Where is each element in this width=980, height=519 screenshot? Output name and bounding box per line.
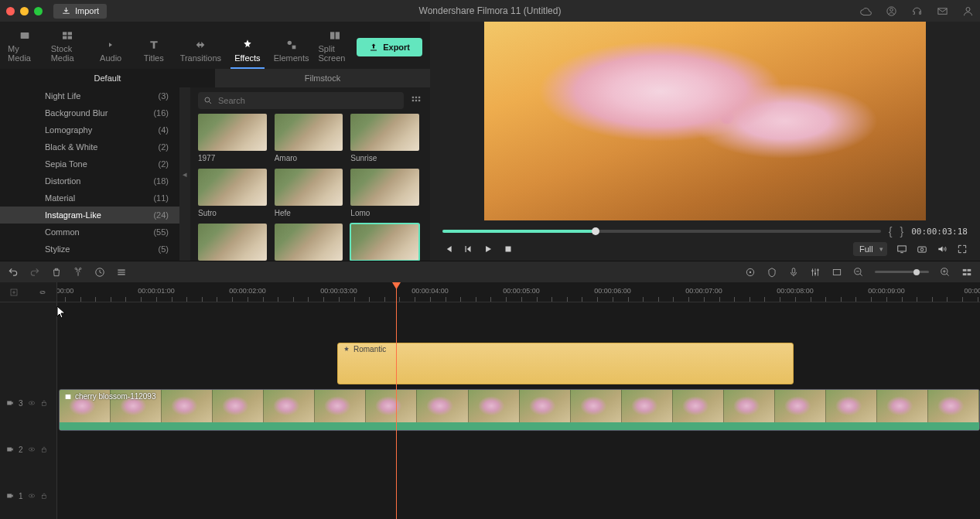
- visibility-icon[interactable]: [28, 399, 36, 407]
- tab-split-screen[interactable]: Split Screen: [314, 25, 357, 69]
- sidebar-item-instagram-like[interactable]: Instagram-Like(24): [0, 207, 179, 224]
- user-icon[interactable]: [886, 5, 897, 17]
- sidebar-item-black-white[interactable]: Black & White(2): [0, 138, 179, 155]
- mixer-icon[interactable]: [810, 267, 821, 278]
- sidebar-item-sepia-tone[interactable]: Sepia Tone(2): [0, 155, 179, 172]
- mark-out[interactable]: }: [900, 225, 903, 237]
- effect-thumb-sutro[interactable]: Sutro: [198, 169, 267, 217]
- playhead[interactable]: [396, 282, 397, 519]
- lock-icon[interactable]: [40, 399, 48, 407]
- search-input[interactable]: [198, 92, 404, 109]
- sidebar-item-night-life[interactable]: Night Life(3): [0, 87, 179, 104]
- visibility-icon[interactable]: [28, 492, 36, 500]
- track-headers: 3 2 1: [0, 282, 57, 519]
- zoom-out-icon[interactable]: [853, 267, 864, 278]
- main-tabs: My Media Stock Media Audio Titles Transi…: [0, 22, 430, 69]
- svg-rect-11: [330, 32, 334, 39]
- timeline-body[interactable]: 00:0000:00:01:0000:00:02:0000:00:03:0000…: [57, 282, 980, 519]
- tab-stock-media[interactable]: Stock Media: [46, 25, 90, 69]
- subtab-default[interactable]: Default: [0, 69, 215, 87]
- voiceover-icon[interactable]: [788, 267, 799, 278]
- minimize-window[interactable]: [20, 7, 29, 15]
- track-3[interactable]: Romantic: [57, 341, 980, 388]
- cloud-icon[interactable]: [860, 5, 872, 17]
- fullscreen-icon[interactable]: [957, 244, 968, 254]
- redo-icon[interactable]: [29, 267, 40, 278]
- timeline-view-icon[interactable]: [961, 267, 972, 278]
- add-media-icon[interactable]: [9, 288, 19, 297]
- sidebar-item-lomography[interactable]: Lomography(4): [0, 121, 179, 138]
- tab-elements[interactable]: Elements: [269, 34, 314, 69]
- effect-thumb-sierra[interactable]: Sierra: [275, 224, 343, 261]
- split-icon[interactable]: [73, 267, 84, 278]
- display-icon[interactable]: [896, 244, 907, 254]
- sidebar-item-overlays[interactable]: ▸Overlays(111): [0, 258, 179, 261]
- effect-thumb-brannan[interactable]: Brannan: [198, 224, 267, 261]
- play-button[interactable]: [483, 244, 493, 254]
- effect-thumb-lomo[interactable]: Lomo: [350, 169, 419, 217]
- svg-rect-12: [336, 32, 340, 39]
- effect-thumb-1977[interactable]: 1977: [198, 114, 267, 162]
- svg-rect-8: [68, 36, 72, 39]
- step-back-button[interactable]: [463, 244, 473, 254]
- delete-icon[interactable]: [51, 267, 62, 278]
- effect-thumb-romantic[interactable]: Romantic: [350, 224, 419, 261]
- sidebar-item-background-blur[interactable]: Background Blur(16): [0, 104, 179, 121]
- category-sidebar[interactable]: Night Life(3)Background Blur(16)Lomograp…: [0, 87, 179, 261]
- tab-titles[interactable]: Titles: [132, 34, 176, 69]
- effect-thumb-sunrise[interactable]: Sunrise: [350, 114, 419, 162]
- prev-frame-button[interactable]: [442, 244, 453, 254]
- mail-icon[interactable]: [937, 5, 948, 17]
- tab-transitions[interactable]: Transitions: [176, 34, 226, 69]
- undo-icon[interactable]: [8, 267, 19, 278]
- svg-rect-14: [412, 97, 414, 98]
- subtabs: Default Filmstock: [0, 69, 430, 87]
- fit-icon[interactable]: [831, 267, 842, 278]
- svg-point-9: [287, 41, 291, 45]
- marker-icon[interactable]: [767, 267, 777, 278]
- effect-thumb-amaro[interactable]: Amaro: [275, 114, 343, 162]
- effect-clip[interactable]: Romantic: [337, 343, 794, 384]
- stop-button[interactable]: [503, 244, 514, 254]
- link-icon[interactable]: [38, 288, 47, 297]
- lock-icon[interactable]: [40, 446, 48, 453]
- video-clip[interactable]: cherry blossom-112093: [59, 389, 980, 431]
- svg-point-28: [750, 271, 751, 272]
- preview-seek-bar[interactable]: [442, 230, 881, 233]
- time-ruler[interactable]: 00:0000:00:01:0000:00:02:0000:00:03:0000…: [57, 282, 980, 302]
- render-icon[interactable]: [745, 267, 756, 278]
- speed-icon[interactable]: [94, 267, 105, 278]
- snapshot-icon[interactable]: [917, 244, 927, 254]
- svg-rect-5: [63, 32, 67, 35]
- subtab-filmstock[interactable]: Filmstock: [215, 69, 430, 87]
- lock-icon[interactable]: [40, 492, 48, 500]
- export-button[interactable]: Export: [357, 38, 422, 56]
- track-1[interactable]: [57, 434, 980, 480]
- close-window[interactable]: [6, 7, 15, 15]
- volume-icon[interactable]: [937, 244, 948, 254]
- tab-audio[interactable]: Audio: [89, 34, 132, 69]
- tab-effects[interactable]: Effects: [226, 34, 269, 69]
- quality-select[interactable]: Full: [853, 242, 887, 256]
- preview-video[interactable]: [484, 22, 926, 220]
- maximize-window[interactable]: [34, 7, 43, 15]
- import-button[interactable]: Import: [53, 4, 107, 19]
- zoom-in-icon[interactable]: [940, 267, 951, 278]
- effect-thumb-hefe[interactable]: Hefe: [275, 169, 343, 217]
- sidebar-item-distortion[interactable]: Distortion(18): [0, 172, 179, 190]
- tab-my-media[interactable]: My Media: [3, 25, 46, 69]
- sidebar-item-stylize[interactable]: Stylize(5): [0, 241, 179, 258]
- zoom-slider[interactable]: [875, 271, 929, 273]
- svg-rect-17: [412, 100, 414, 101]
- visibility-icon[interactable]: [28, 446, 36, 453]
- sidebar-item-common[interactable]: Common(55): [0, 224, 179, 241]
- menu-icon[interactable]: [116, 267, 127, 278]
- profile-icon[interactable]: [962, 5, 974, 17]
- grid-view-icon[interactable]: [410, 95, 422, 106]
- headset-icon[interactable]: [911, 5, 923, 17]
- track-2[interactable]: cherry blossom-112093: [57, 388, 980, 434]
- sidebar-item-material[interactable]: Material(11): [0, 190, 179, 207]
- svg-rect-7: [63, 36, 67, 39]
- mark-in[interactable]: {: [889, 225, 893, 237]
- collapse-sidebar[interactable]: ◂: [179, 87, 190, 261]
